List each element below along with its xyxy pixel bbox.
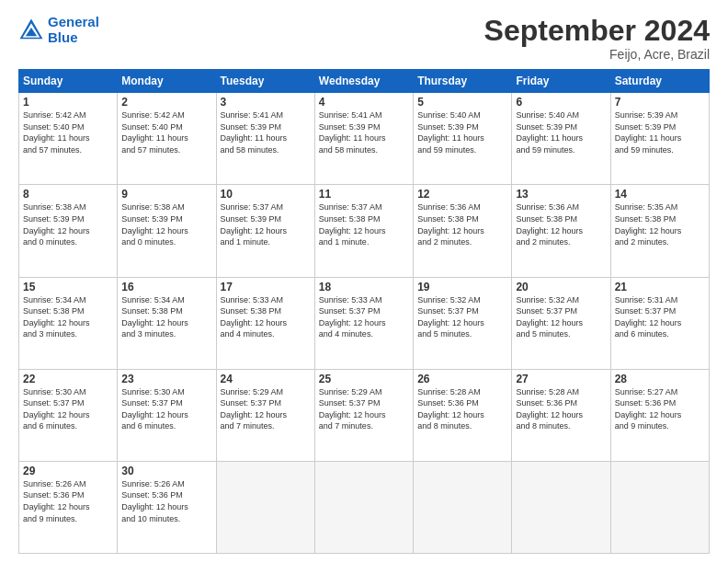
calendar-cell: 18Sunrise: 5:33 AM Sunset: 5:37 PM Dayli… xyxy=(314,277,413,369)
calendar-cell: 12Sunrise: 5:36 AM Sunset: 5:38 PM Dayli… xyxy=(414,185,512,277)
day-info: Sunrise: 5:28 AM Sunset: 5:36 PM Dayligh… xyxy=(417,386,507,432)
calendar-cell: 26Sunrise: 5:28 AM Sunset: 5:36 PM Dayli… xyxy=(414,369,512,461)
weekday-header-thursday: Thursday xyxy=(414,70,512,93)
calendar-cell: 24Sunrise: 5:29 AM Sunset: 5:37 PM Dayli… xyxy=(216,369,314,461)
day-number: 9 xyxy=(121,188,211,201)
day-info: Sunrise: 5:39 AM Sunset: 5:39 PM Dayligh… xyxy=(615,109,705,155)
day-number: 11 xyxy=(319,188,409,201)
page: General Blue September 2024 Feijo, Acre,… xyxy=(0,0,728,563)
calendar-cell xyxy=(216,461,314,553)
calendar-cell: 23Sunrise: 5:30 AM Sunset: 5:37 PM Dayli… xyxy=(118,369,216,461)
calendar-cell xyxy=(414,461,512,553)
calendar-cell: 17Sunrise: 5:33 AM Sunset: 5:38 PM Dayli… xyxy=(216,277,314,369)
day-number: 22 xyxy=(23,373,113,385)
day-info: Sunrise: 5:40 AM Sunset: 5:39 PM Dayligh… xyxy=(417,109,507,155)
day-info: Sunrise: 5:38 AM Sunset: 5:39 PM Dayligh… xyxy=(121,201,211,247)
day-number: 12 xyxy=(417,188,507,201)
day-info: Sunrise: 5:35 AM Sunset: 5:38 PM Dayligh… xyxy=(615,201,705,247)
calendar-cell: 19Sunrise: 5:32 AM Sunset: 5:37 PM Dayli… xyxy=(414,277,512,369)
day-info: Sunrise: 5:37 AM Sunset: 5:39 PM Dayligh… xyxy=(221,201,311,247)
day-number: 23 xyxy=(121,373,211,385)
calendar-cell: 9Sunrise: 5:38 AM Sunset: 5:39 PM Daylig… xyxy=(118,185,216,277)
calendar-cell xyxy=(610,461,709,553)
day-number: 3 xyxy=(221,96,311,109)
day-info: Sunrise: 5:32 AM Sunset: 5:37 PM Dayligh… xyxy=(417,294,507,340)
logo-icon xyxy=(18,17,44,43)
day-number: 30 xyxy=(121,465,211,477)
calendar-cell: 7Sunrise: 5:39 AM Sunset: 5:39 PM Daylig… xyxy=(610,93,709,185)
day-info: Sunrise: 5:34 AM Sunset: 5:38 PM Dayligh… xyxy=(23,294,113,340)
logo-general: General xyxy=(48,14,99,29)
calendar-cell: 5Sunrise: 5:40 AM Sunset: 5:39 PM Daylig… xyxy=(414,93,512,185)
weekday-header-sunday: Sunday xyxy=(19,70,118,93)
day-number: 29 xyxy=(23,465,113,477)
day-number: 17 xyxy=(221,281,311,293)
day-info: Sunrise: 5:32 AM Sunset: 5:37 PM Dayligh… xyxy=(516,294,606,340)
calendar-cell: 1Sunrise: 5:42 AM Sunset: 5:40 PM Daylig… xyxy=(19,93,118,185)
day-number: 6 xyxy=(516,96,606,109)
day-info: Sunrise: 5:42 AM Sunset: 5:40 PM Dayligh… xyxy=(121,109,211,155)
day-number: 25 xyxy=(319,373,409,385)
day-info: Sunrise: 5:41 AM Sunset: 5:39 PM Dayligh… xyxy=(221,109,311,155)
logo-text: General Blue xyxy=(48,15,99,45)
day-info: Sunrise: 5:29 AM Sunset: 5:37 PM Dayligh… xyxy=(221,386,311,432)
day-info: Sunrise: 5:26 AM Sunset: 5:36 PM Dayligh… xyxy=(121,478,211,524)
day-number: 4 xyxy=(319,96,409,109)
weekday-header-monday: Monday xyxy=(118,70,216,93)
day-info: Sunrise: 5:38 AM Sunset: 5:39 PM Dayligh… xyxy=(23,201,113,247)
day-info: Sunrise: 5:40 AM Sunset: 5:39 PM Dayligh… xyxy=(516,109,606,155)
calendar-cell: 20Sunrise: 5:32 AM Sunset: 5:37 PM Dayli… xyxy=(512,277,610,369)
logo: General Blue xyxy=(18,15,99,45)
day-number: 28 xyxy=(615,373,705,385)
calendar-cell xyxy=(512,461,610,553)
calendar-table: SundayMondayTuesdayWednesdayThursdayFrid… xyxy=(18,69,710,554)
day-number: 8 xyxy=(23,188,113,201)
day-info: Sunrise: 5:29 AM Sunset: 5:37 PM Dayligh… xyxy=(319,386,409,432)
weekday-header-tuesday: Tuesday xyxy=(216,70,314,93)
calendar-cell: 14Sunrise: 5:35 AM Sunset: 5:38 PM Dayli… xyxy=(610,185,709,277)
calendar-cell: 4Sunrise: 5:41 AM Sunset: 5:39 PM Daylig… xyxy=(314,93,413,185)
day-number: 19 xyxy=(417,281,507,293)
day-number: 7 xyxy=(615,96,705,109)
day-number: 27 xyxy=(516,373,606,385)
calendar-cell: 22Sunrise: 5:30 AM Sunset: 5:37 PM Dayli… xyxy=(19,369,118,461)
calendar-cell: 11Sunrise: 5:37 AM Sunset: 5:38 PM Dayli… xyxy=(314,185,413,277)
weekday-header-friday: Friday xyxy=(512,70,610,93)
day-number: 10 xyxy=(221,188,311,201)
day-number: 16 xyxy=(121,281,211,293)
calendar-cell: 29Sunrise: 5:26 AM Sunset: 5:36 PM Dayli… xyxy=(19,461,118,553)
day-number: 15 xyxy=(23,281,113,293)
day-number: 21 xyxy=(615,281,705,293)
day-info: Sunrise: 5:27 AM Sunset: 5:36 PM Dayligh… xyxy=(615,386,705,432)
title-block: September 2024 Feijo, Acre, Brazil xyxy=(484,15,710,62)
calendar-cell: 15Sunrise: 5:34 AM Sunset: 5:38 PM Dayli… xyxy=(19,277,118,369)
day-info: Sunrise: 5:30 AM Sunset: 5:37 PM Dayligh… xyxy=(23,386,113,432)
day-number: 5 xyxy=(417,96,507,109)
day-number: 26 xyxy=(417,373,507,385)
logo-blue: Blue xyxy=(48,29,78,45)
calendar-cell: 3Sunrise: 5:41 AM Sunset: 5:39 PM Daylig… xyxy=(216,93,314,185)
day-number: 1 xyxy=(23,96,113,109)
weekday-header-wednesday: Wednesday xyxy=(314,70,413,93)
calendar-cell xyxy=(314,461,413,553)
day-info: Sunrise: 5:31 AM Sunset: 5:37 PM Dayligh… xyxy=(615,294,705,340)
month-title: September 2024 xyxy=(484,15,710,47)
day-info: Sunrise: 5:36 AM Sunset: 5:38 PM Dayligh… xyxy=(417,201,507,247)
calendar-cell: 21Sunrise: 5:31 AM Sunset: 5:37 PM Dayli… xyxy=(610,277,709,369)
calendar-cell: 6Sunrise: 5:40 AM Sunset: 5:39 PM Daylig… xyxy=(512,93,610,185)
day-info: Sunrise: 5:42 AM Sunset: 5:40 PM Dayligh… xyxy=(23,109,113,155)
day-info: Sunrise: 5:36 AM Sunset: 5:38 PM Dayligh… xyxy=(516,201,606,247)
location: Feijo, Acre, Brazil xyxy=(484,47,710,62)
day-info: Sunrise: 5:41 AM Sunset: 5:39 PM Dayligh… xyxy=(319,109,409,155)
day-info: Sunrise: 5:37 AM Sunset: 5:38 PM Dayligh… xyxy=(319,201,409,247)
calendar-cell: 30Sunrise: 5:26 AM Sunset: 5:36 PM Dayli… xyxy=(118,461,216,553)
calendar-cell: 13Sunrise: 5:36 AM Sunset: 5:38 PM Dayli… xyxy=(512,185,610,277)
day-number: 14 xyxy=(615,188,705,201)
day-info: Sunrise: 5:30 AM Sunset: 5:37 PM Dayligh… xyxy=(121,386,211,432)
day-info: Sunrise: 5:26 AM Sunset: 5:36 PM Dayligh… xyxy=(23,478,113,524)
day-info: Sunrise: 5:34 AM Sunset: 5:38 PM Dayligh… xyxy=(121,294,211,340)
day-number: 13 xyxy=(516,188,606,201)
day-number: 24 xyxy=(221,373,311,385)
day-number: 18 xyxy=(319,281,409,293)
day-number: 2 xyxy=(121,96,211,109)
